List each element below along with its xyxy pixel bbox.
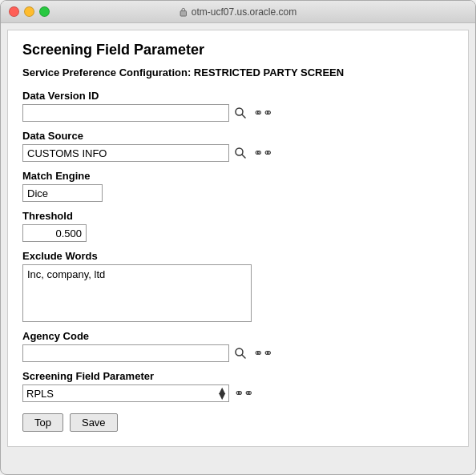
close-button[interactable] bbox=[9, 6, 19, 17]
agency-code-row: ⚭⚭ bbox=[22, 344, 454, 362]
screening-field-parameter-group: Screening Field Parameter RPLS ▲ ▼ ⚭⚭ bbox=[22, 370, 454, 402]
form-container: Screening Field Parameter Service Prefer… bbox=[7, 30, 469, 447]
screening-field-parameter-select[interactable]: RPLS bbox=[22, 384, 229, 402]
screening-field-parameter-label: Screening Field Parameter bbox=[22, 370, 454, 382]
main-window: otm-ucf07.us.oracle.com Screening Field … bbox=[0, 0, 476, 475]
data-source-input[interactable] bbox=[22, 144, 229, 162]
agency-code-label: Agency Code bbox=[22, 330, 454, 342]
data-version-id-label: Data Version ID bbox=[22, 90, 454, 102]
glasses-icon: ⚭⚭ bbox=[234, 386, 253, 401]
threshold-group: Threshold bbox=[22, 210, 454, 242]
search-icon bbox=[234, 107, 247, 119]
match-engine-label: Match Engine bbox=[22, 170, 454, 182]
data-source-search-button[interactable] bbox=[232, 146, 248, 160]
screening-field-parameter-row: RPLS ▲ ▼ ⚭⚭ bbox=[22, 384, 454, 402]
minimize-button[interactable] bbox=[24, 6, 34, 17]
data-version-id-group: Data Version ID ⚭⚭ bbox=[22, 90, 454, 122]
match-engine-group: Match Engine bbox=[22, 170, 454, 202]
agency-code-group: Agency Code ⚭⚭ bbox=[22, 330, 454, 362]
top-button[interactable]: Top bbox=[22, 413, 63, 432]
maximize-button[interactable] bbox=[39, 6, 50, 17]
threshold-input[interactable] bbox=[22, 224, 87, 242]
search-icon bbox=[234, 147, 247, 159]
glasses-icon: ⚭⚭ bbox=[253, 146, 272, 160]
glasses-icon: ⚭⚭ bbox=[253, 106, 272, 120]
search-icon bbox=[234, 347, 247, 360]
page-title: Screening Field Parameter bbox=[22, 42, 454, 58]
match-engine-row bbox=[22, 184, 454, 202]
agency-code-input[interactable] bbox=[22, 344, 229, 362]
save-button[interactable]: Save bbox=[70, 413, 118, 432]
exclude-words-input[interactable]: Inc, company, ltd bbox=[22, 264, 252, 322]
lock-icon bbox=[180, 7, 188, 17]
data-source-group: Data Source ⚭⚭ bbox=[22, 130, 454, 162]
data-version-id-detail-button[interactable]: ⚭⚭ bbox=[252, 105, 274, 121]
exclude-words-group: Exclude Words Inc, company, ltd bbox=[22, 250, 454, 322]
agency-code-detail-button[interactable]: ⚭⚭ bbox=[252, 345, 274, 361]
svg-rect-0 bbox=[180, 10, 186, 15]
data-source-label: Data Source bbox=[22, 130, 454, 142]
titlebar: otm-ucf07.us.oracle.com bbox=[1, 1, 475, 23]
threshold-row bbox=[22, 224, 454, 242]
screening-field-detail-button[interactable]: ⚭⚭ bbox=[232, 385, 255, 401]
select-wrapper: RPLS ▲ ▼ bbox=[22, 384, 229, 402]
data-source-detail-button[interactable]: ⚭⚭ bbox=[252, 145, 274, 161]
exclude-words-label: Exclude Words bbox=[22, 250, 454, 262]
svg-line-4 bbox=[242, 155, 245, 158]
exclude-words-row: Inc, company, ltd bbox=[22, 264, 454, 322]
data-version-id-row: ⚭⚭ bbox=[22, 104, 454, 122]
data-version-id-input[interactable] bbox=[22, 104, 229, 122]
data-version-id-search-button[interactable] bbox=[232, 106, 248, 120]
footer-buttons: Top Save bbox=[22, 413, 454, 432]
agency-code-search-button[interactable] bbox=[232, 346, 248, 360]
threshold-label: Threshold bbox=[22, 210, 454, 222]
window-title: otm-ucf07.us.oracle.com bbox=[180, 6, 296, 18]
page-subtitle: Service Preference Configuration: RESTRI… bbox=[22, 66, 454, 78]
data-source-row: ⚭⚭ bbox=[22, 144, 454, 162]
glasses-icon: ⚭⚭ bbox=[253, 346, 272, 360]
match-engine-input[interactable] bbox=[22, 184, 103, 202]
svg-line-6 bbox=[242, 355, 245, 358]
svg-line-2 bbox=[242, 115, 245, 118]
window-controls bbox=[9, 6, 50, 17]
